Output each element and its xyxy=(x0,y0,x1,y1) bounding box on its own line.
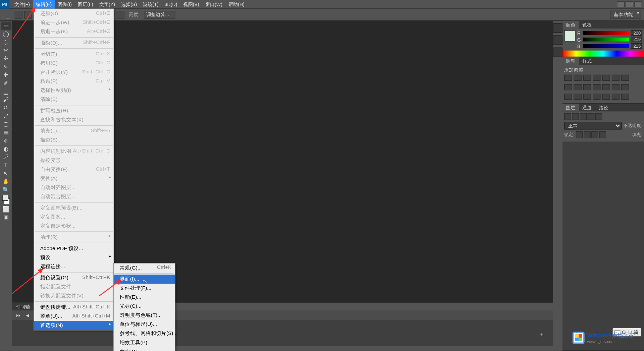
adjustment-icon[interactable] xyxy=(602,75,610,81)
tool-15[interactable]: ◐ xyxy=(1,144,10,153)
r-value[interactable]: 220 xyxy=(631,30,642,36)
menu-item[interactable]: 文字(Y)... xyxy=(114,347,175,351)
workspace-switcher[interactable]: 基本功能 xyxy=(610,10,641,19)
layer-filter-button[interactable] xyxy=(580,113,587,120)
adjustment-icon[interactable] xyxy=(602,84,610,90)
g-slider[interactable] xyxy=(583,38,629,42)
properties-panel-icon[interactable] xyxy=(553,36,562,45)
lock-button[interactable] xyxy=(584,131,591,138)
menu-item[interactable]: 性能(E)... xyxy=(114,293,175,302)
menu-item[interactable]: 增效工具(P)... xyxy=(114,338,175,347)
tool-5[interactable]: ✎ xyxy=(1,63,10,71)
tool-16[interactable]: 🖊 xyxy=(1,153,10,161)
adjustment-icon[interactable] xyxy=(621,94,629,100)
menu-文件[interactable]: 文件(F) xyxy=(11,0,33,8)
tool-17[interactable]: T xyxy=(1,161,10,169)
tool-1[interactable]: ◯ xyxy=(1,30,10,38)
menu-item[interactable]: 键盘快捷键...Alt+Shift+Ctrl+K xyxy=(34,303,114,312)
adjustment-icon[interactable] xyxy=(621,84,629,90)
tool-23[interactable]: ▣ xyxy=(1,213,10,221)
layer-filter-button[interactable] xyxy=(572,113,579,120)
foreground-color-swatch[interactable] xyxy=(564,30,575,41)
menu-编辑[interactable]: 编辑(E) xyxy=(33,0,55,8)
adjustment-icon[interactable] xyxy=(593,84,600,90)
menu-item[interactable]: 单位与标尺(U)... xyxy=(114,320,175,329)
adjustment-icon[interactable] xyxy=(583,75,591,81)
menu-滤镜[interactable]: 滤镜(T) xyxy=(140,0,161,8)
menu-item[interactable]: 透明度与色域(T)... xyxy=(114,311,175,320)
tool-8[interactable]: ▁ xyxy=(1,87,10,95)
adjustment-icon[interactable] xyxy=(564,94,572,100)
adjustment-icon[interactable] xyxy=(612,84,620,90)
adjustment-icon[interactable] xyxy=(593,94,600,100)
color-swatch-tool[interactable] xyxy=(1,194,10,205)
tool-9[interactable]: 🖌 xyxy=(1,96,10,104)
layer-filter-button[interactable] xyxy=(588,113,595,120)
tool-7[interactable]: ✐ xyxy=(1,79,10,87)
prev-frame-button[interactable]: ◀ xyxy=(24,312,31,318)
tool-20[interactable]: 🔍 xyxy=(1,186,10,194)
layer-filter-button[interactable] xyxy=(564,113,571,120)
menu-选择[interactable]: 选择(S) xyxy=(118,0,140,8)
color-spectrum[interactable] xyxy=(562,51,644,57)
tab-adjustments[interactable]: 调整 xyxy=(562,57,579,65)
tool-14[interactable]: ⌾ xyxy=(1,136,10,144)
adjustment-icon[interactable] xyxy=(564,75,572,81)
b-value[interactable]: 215 xyxy=(631,43,642,49)
adjustment-icon[interactable] xyxy=(602,94,610,100)
maximize-button[interactable] xyxy=(626,1,633,7)
tool-4[interactable]: ✢ xyxy=(1,54,10,62)
menu-item[interactable]: 远程连接... xyxy=(34,262,114,271)
menu-item[interactable]: 参考线、网格和切片(S)... xyxy=(114,329,175,338)
minimize-button[interactable] xyxy=(617,1,625,7)
tool-12[interactable]: ⬚ xyxy=(1,120,10,128)
tool-13[interactable]: ▤ xyxy=(1,128,10,136)
lock-button[interactable] xyxy=(591,131,598,138)
adjustment-icon[interactable] xyxy=(583,84,591,90)
tool-22[interactable]: ⬜ xyxy=(1,205,10,213)
layers-list[interactable] xyxy=(562,141,644,350)
tool-11[interactable]: 🖍 xyxy=(1,112,10,120)
adjustment-icon[interactable] xyxy=(593,75,600,81)
adjustment-icon[interactable] xyxy=(621,75,629,81)
tab-swatches[interactable]: 色板 xyxy=(579,21,595,28)
selection-new-button[interactable] xyxy=(15,11,22,18)
adjustment-icon[interactable] xyxy=(583,94,591,100)
r-slider[interactable] xyxy=(583,31,629,35)
adjustment-icon[interactable] xyxy=(574,84,581,90)
tab-layers[interactable]: 图层 xyxy=(562,104,579,111)
adjustment-icon[interactable] xyxy=(612,75,620,81)
tab-paths[interactable]: 路径 xyxy=(595,104,612,111)
menu-item[interactable]: 首选项(N) xyxy=(34,321,114,330)
tool-18[interactable]: ↖ xyxy=(1,169,10,177)
menu-图像[interactable]: 图像(I) xyxy=(55,0,75,8)
menu-item[interactable]: 颜色设置(G)...Shift+Ctrl+K xyxy=(34,273,114,282)
close-button[interactable] xyxy=(634,1,642,7)
lock-button[interactable] xyxy=(599,131,606,138)
menu-帮助[interactable]: 帮助(H) xyxy=(225,0,248,8)
tab-styles[interactable]: 样式 xyxy=(579,57,595,65)
tab-channels[interactable]: 通道 xyxy=(579,104,595,111)
tool-6[interactable]: ✚ xyxy=(1,71,10,79)
tool-0[interactable]: ▭ xyxy=(1,21,10,30)
adjustment-icon[interactable] xyxy=(574,94,581,100)
first-frame-button[interactable]: ⏮ xyxy=(15,312,22,318)
refine-edge-button[interactable]: 调整边缘... xyxy=(144,11,175,18)
adjustment-icon[interactable] xyxy=(574,75,581,81)
adjustment-icon[interactable] xyxy=(564,84,572,90)
menu-item[interactable]: 常规(G)...Ctrl+K xyxy=(114,264,175,273)
lock-button[interactable] xyxy=(576,131,583,138)
menu-item[interactable]: 预设 xyxy=(34,253,114,262)
tab-color[interactable]: 颜色 xyxy=(562,21,579,28)
tool-preset-icon[interactable] xyxy=(3,11,10,18)
b-slider[interactable] xyxy=(583,44,629,48)
menu-item[interactable]: 菜单(U)...Alt+Shift+Ctrl+M xyxy=(34,312,114,321)
menu-文字[interactable]: 文字(Y) xyxy=(96,0,118,8)
blend-mode-select[interactable]: 正常 xyxy=(564,122,622,129)
menu-3d[interactable]: 3D(D) xyxy=(162,0,180,8)
tool-19[interactable]: ✋ xyxy=(1,177,10,185)
menu-视图[interactable]: 视图(V) xyxy=(180,0,202,8)
menu-item[interactable]: 光标(C)... xyxy=(114,302,175,311)
history-panel-icon[interactable] xyxy=(553,23,562,33)
adjustment-icon[interactable] xyxy=(612,94,620,100)
